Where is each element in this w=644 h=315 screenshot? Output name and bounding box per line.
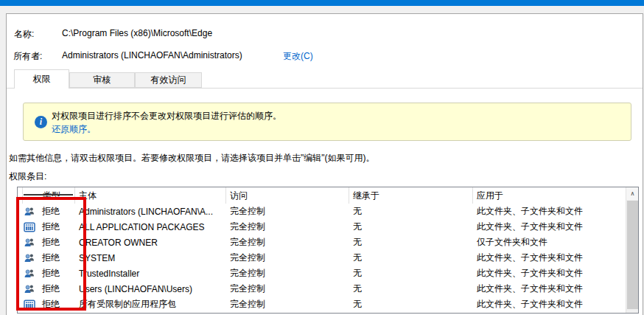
permission-entries-label: 权限条目: <box>9 170 46 183</box>
users-group-icon <box>22 252 40 264</box>
column-header-type[interactable]: 类型 <box>22 187 75 204</box>
table-row[interactable]: 拒绝CREATOR OWNER完全控制无仅子文件夹和文件 <box>18 235 638 250</box>
entry-access: 完全控制 <box>226 252 349 264</box>
entry-applies-to: 仅子文件夹和文件 <box>473 236 638 249</box>
tab-permissions[interactable]: 权限 <box>14 69 69 89</box>
tab-effective-access-label: 有效访问 <box>151 74 186 86</box>
entry-applies-to: 此文件夹、子文件夹和文件 <box>473 205 638 218</box>
info-banner: i 对权限项目进行排序不会更改对权限项目进行评估的顺序。 还原顺序。 <box>23 103 631 141</box>
entry-applies-to: 此文件夹、子文件夹和文件 <box>473 298 638 311</box>
entry-inherited-from: 无 <box>349 221 473 233</box>
owner-label: 所有者: <box>13 50 42 63</box>
info-banner-text: 对权限项目进行排序不会更改对权限项目进行评估的顺序。 <box>52 110 281 122</box>
tab-effective-access[interactable]: 有效访问 <box>135 72 202 88</box>
entry-type: 拒绝 <box>40 221 75 233</box>
tab-permissions-label: 权限 <box>33 73 51 86</box>
entry-access: 完全控制 <box>226 298 349 311</box>
column-header-principal[interactable]: 主体 <box>75 187 226 204</box>
users-group-icon <box>22 268 40 280</box>
column-header-access[interactable]: 访问 <box>226 187 349 204</box>
table-body: 拒绝Administrators (LINCHAOFAN\A...完全控制无此文… <box>18 204 638 312</box>
restore-order-link[interactable]: 还原顺序。 <box>52 123 96 136</box>
users-group-icon <box>22 237 40 249</box>
table-row[interactable]: 拒绝所有受限制的应用程序包完全控制无此文件夹、子文件夹和文件 <box>18 297 638 312</box>
entry-inherited-from: 无 <box>349 267 473 280</box>
entry-inherited-from: 无 <box>349 205 473 218</box>
entry-access: 完全控制 <box>226 221 349 233</box>
type-header-strike-line <box>24 194 73 195</box>
entry-type: 拒绝 <box>40 267 75 280</box>
tab-auditing[interactable]: 审核 <box>69 72 135 88</box>
table-row[interactable]: 拒绝TrustedInstaller完全控制无此文件夹、子文件夹和文件 <box>18 266 638 281</box>
name-value: C:\Program Files (x86)\Microsoft\Edge <box>62 28 212 38</box>
column-header-applies-to[interactable]: 应用于 <box>473 187 638 204</box>
entry-access: 完全控制 <box>226 283 349 295</box>
entry-type: 拒绝 <box>40 205 75 218</box>
tab-strip-divider <box>7 88 643 89</box>
info-icon: i <box>35 116 47 128</box>
owner-value: Administrators (LINCHAOFAN\Administrator… <box>62 50 242 60</box>
users-group-icon <box>22 206 40 218</box>
entry-principal: ALL APPLICATION PACKAGES <box>75 222 226 232</box>
entry-inherited-from: 无 <box>349 298 473 311</box>
permission-entries-table: 类型 主体 访问 继承于 应用于 拒绝Administrators (LINCH… <box>17 187 639 314</box>
entry-applies-to: 此文件夹、子文件夹和文件 <box>473 267 638 280</box>
table-row[interactable]: 拒绝ALL APPLICATION PACKAGES完全控制无此文件夹、子文件夹… <box>18 219 638 235</box>
entry-applies-to: 此文件夹、子文件夹和文件 <box>473 221 638 233</box>
entry-type: 拒绝 <box>40 283 75 295</box>
users-group-icon <box>22 283 40 295</box>
entry-applies-to: 此文件夹、子文件夹和文件 <box>473 252 638 264</box>
name-label: 名称: <box>14 28 34 41</box>
instruction-text: 如需其他信息，请双击权限项目。若要修改权限项目，请选择该项目并单击"编辑"(如果… <box>9 152 375 165</box>
entry-principal: SYSTEM <box>75 253 226 263</box>
entry-inherited-from: 无 <box>349 236 473 249</box>
entry-type: 拒绝 <box>40 252 75 264</box>
entry-principal: Administrators (LINCHAOFAN\A... <box>75 207 226 217</box>
entry-inherited-from: 无 <box>349 252 473 264</box>
entry-inherited-from: 无 <box>349 283 473 295</box>
owner-change-link[interactable]: 更改(C) <box>283 50 313 63</box>
entry-principal: CREATOR OWNER <box>75 238 226 248</box>
scrollbar-thumb[interactable] <box>627 201 638 309</box>
table-row[interactable]: 拒绝Administrators (LINCHAOFAN\A...完全控制无此文… <box>18 204 638 219</box>
entry-principal: Users (LINCHAOFAN\Users) <box>75 284 226 294</box>
app-package-icon <box>22 299 40 311</box>
entry-principal: TrustedInstaller <box>75 269 226 279</box>
entry-principal: 所有受限制的应用程序包 <box>75 298 226 311</box>
entry-type: 拒绝 <box>40 236 75 249</box>
advanced-security-panel: 名称: C:\Program Files (x86)\Microsoft\Edg… <box>6 13 643 315</box>
app-package-icon <box>22 221 40 233</box>
tab-auditing-label: 审核 <box>94 74 111 86</box>
title-bar-accent <box>0 0 644 6</box>
scrollbar-up-arrow-icon[interactable]: ∧ <box>626 187 639 200</box>
entry-access: 完全控制 <box>226 267 349 280</box>
table-row[interactable]: 拒绝SYSTEM完全控制无此文件夹、子文件夹和文件 <box>18 250 638 266</box>
entry-applies-to: 此文件夹、子文件夹和文件 <box>473 283 638 295</box>
entry-access: 完全控制 <box>226 236 349 249</box>
column-header-inherited-from[interactable]: 继承于 <box>349 187 473 204</box>
table-header-row: 类型 主体 访问 继承于 应用于 <box>18 187 638 204</box>
entry-type: 拒绝 <box>40 298 75 311</box>
vertical-scrollbar[interactable]: ∧ <box>626 187 638 313</box>
entry-access: 完全控制 <box>226 205 349 218</box>
table-row[interactable]: 拒绝Users (LINCHAOFAN\Users)完全控制无此文件夹、子文件夹… <box>18 281 638 297</box>
